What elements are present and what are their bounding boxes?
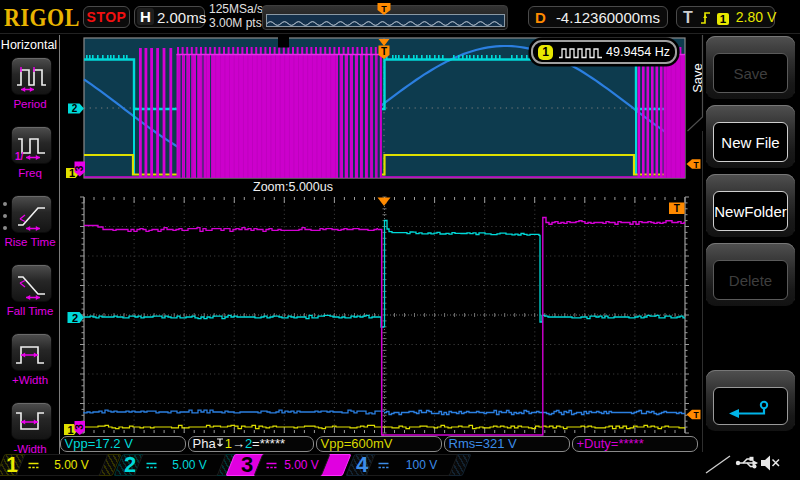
svg-text:2: 2 bbox=[72, 312, 78, 324]
svg-text:1/: 1/ bbox=[15, 151, 24, 162]
svg-text:1: 1 bbox=[67, 424, 73, 436]
svg-text:3: 3 bbox=[74, 165, 85, 171]
svg-text:T: T bbox=[674, 203, 680, 214]
svg-text:T: T bbox=[381, 46, 387, 57]
svg-text:2: 2 bbox=[72, 103, 78, 114]
svg-text:T: T bbox=[381, 4, 387, 14]
svg-text:3: 3 bbox=[74, 424, 85, 430]
